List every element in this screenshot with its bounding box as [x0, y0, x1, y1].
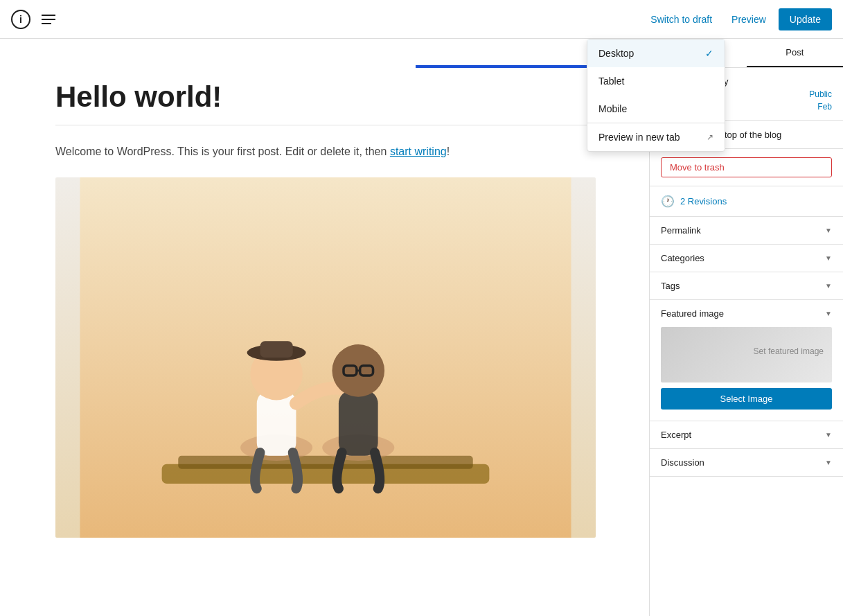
categories-title: Categories: [661, 253, 704, 263]
switch-to-draft-button[interactable]: Switch to draft: [644, 10, 719, 29]
permalink-header[interactable]: Permalink ▼: [650, 217, 843, 244]
post-image: [55, 177, 596, 538]
dropdown-preview-new-tab[interactable]: Preview in new tab ↗: [587, 123, 725, 151]
desktop-label: Desktop: [598, 48, 634, 59]
menu-icon[interactable]: [39, 12, 58, 27]
set-featured-label: Set featured image: [661, 327, 832, 376]
move-to-trash-button[interactable]: Move to trash: [661, 157, 832, 177]
excerpt-header[interactable]: Excerpt ▼: [650, 421, 843, 448]
move-to-trash-section: Move to trash: [650, 149, 843, 186]
featured-image-title: Featured image: [661, 308, 724, 319]
tags-accordion: Tags ▼: [650, 272, 843, 300]
revisions-section[interactable]: 🕐 2 Revisions: [650, 186, 843, 217]
svg-rect-2: [178, 456, 472, 469]
excerpt-arrow: ▼: [825, 431, 832, 439]
categories-arrow: ▼: [825, 254, 832, 262]
dropdown-mobile[interactable]: Mobile: [587, 95, 725, 123]
tags-title: Tags: [661, 281, 680, 291]
preview-dropdown: Desktop ✓ Tablet Mobile Preview in new t…: [587, 39, 725, 152]
revisions-icon: 🕐: [661, 195, 675, 208]
categories-accordion: Categories ▼: [650, 245, 843, 272]
post-divider: [55, 125, 594, 125]
select-image-button[interactable]: Select Image: [661, 388, 832, 410]
mobile-label: Mobile: [598, 103, 627, 114]
desktop-check: ✓: [705, 48, 713, 59]
toolbar-right: Switch to draft Preview Update: [644, 8, 832, 30]
dropdown-desktop[interactable]: Desktop ✓: [587, 39, 725, 67]
editor-area: Hello world! Welcome to WordPress. This …: [0, 39, 649, 616]
people-illustration: [55, 177, 596, 538]
publish-value[interactable]: Feb: [817, 102, 832, 112]
svg-rect-7: [260, 342, 292, 358]
toolbar: i Switch to draft Preview Update: [0, 0, 843, 39]
visibility-value[interactable]: Public: [809, 89, 832, 99]
post-title[interactable]: Hello world!: [55, 80, 594, 114]
discussion-accordion: Discussion ▼: [650, 449, 843, 477]
update-button[interactable]: Update: [779, 8, 832, 30]
tablet-label: Tablet: [598, 76, 624, 87]
permalink-arrow: ▼: [825, 227, 832, 234]
permalink-title: Permalink: [661, 225, 701, 236]
dropdown-tablet[interactable]: Tablet: [587, 67, 725, 95]
discussion-header[interactable]: Discussion ▼: [650, 449, 843, 476]
toolbar-left: i: [11, 10, 58, 29]
info-icon[interactable]: i: [11, 10, 30, 29]
external-link-icon: ↗: [707, 132, 713, 142]
excerpt-title: Excerpt: [661, 430, 691, 440]
featured-image-arrow: ▼: [825, 310, 832, 317]
preview-button[interactable]: Preview: [725, 10, 773, 29]
tags-arrow: ▼: [825, 282, 832, 290]
discussion-arrow: ▼: [825, 459, 832, 466]
excerpt-accordion: Excerpt ▼: [650, 421, 843, 449]
permalink-accordion: Permalink ▼: [650, 217, 843, 245]
svg-rect-9: [339, 390, 378, 456]
post-content: Welcome to WordPress. This is your first…: [55, 142, 594, 161]
categories-header[interactable]: Categories ▼: [650, 245, 843, 272]
featured-image-section: Featured image ▼ Set featured image Sele…: [650, 300, 843, 421]
featured-image-header[interactable]: Featured image ▼: [650, 300, 843, 327]
featured-image-thumbnail: Set featured image: [661, 327, 832, 382]
start-writing-link[interactable]: start writing: [390, 146, 447, 157]
tags-header[interactable]: Tags ▼: [650, 272, 843, 299]
revisions-label: 2 Revisions: [680, 196, 727, 206]
preview-new-tab-label: Preview in new tab: [598, 132, 680, 143]
tab-post[interactable]: Post: [747, 39, 844, 67]
discussion-title: Discussion: [661, 457, 704, 468]
